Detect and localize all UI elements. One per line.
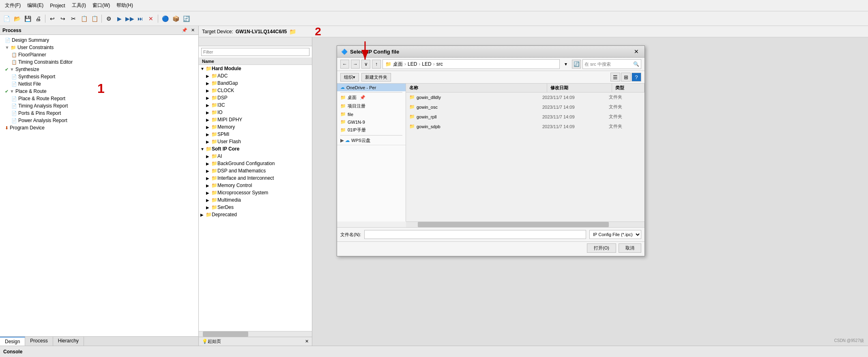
tree-place-route[interactable]: ✔ ▼ Place & Route: [0, 88, 198, 95]
menu-edit[interactable]: 编辑(E): [24, 1, 47, 10]
all-btn[interactable]: ⏭: [135, 14, 145, 24]
ip-bandgap[interactable]: ▶ 📁 BandGap: [199, 80, 312, 87]
menu-tools[interactable]: 工具(I): [69, 1, 89, 10]
tab-design[interactable]: Design: [0, 337, 25, 346]
fpga-btn[interactable]: 🔵: [160, 14, 170, 24]
pnr-btn[interactable]: ▶▶: [125, 14, 135, 24]
ip-user-flash[interactable]: ▶ 📁 User Flash: [199, 138, 312, 145]
file-row-gowin-osc[interactable]: 📁 gowin_osc 2023/11/7 14:09 文件夹: [406, 102, 645, 112]
dialog-close-btn[interactable]: ✕: [632, 48, 640, 55]
tree-design-summary[interactable]: 📄 Design Summary: [0, 37, 198, 44]
ip-memory-ctrl[interactable]: ▶ 📁 Memory Control: [199, 182, 312, 189]
sidebar-item-desktop[interactable]: 📁 桌面 📌: [337, 93, 406, 102]
tree-floorplanner[interactable]: 📋 FloorPlanner: [0, 51, 198, 58]
ip-multimedia[interactable]: ▶ 📁 Multimedia: [199, 196, 312, 204]
copy-btn[interactable]: 📋: [79, 14, 89, 24]
ip-serdes[interactable]: ▶ 📁 SerDes: [199, 204, 312, 211]
menu-file[interactable]: 文件(F): [2, 1, 24, 10]
tree-timing-analysis[interactable]: 📄 Timing Analysis Report: [0, 102, 198, 110]
cut-btn[interactable]: ✂: [69, 14, 78, 24]
ip-clock[interactable]: ▶ 📁 CLOCK: [199, 87, 312, 94]
filename-input[interactable]: [364, 230, 586, 239]
file-row-gowin-dlldly[interactable]: 📁 gowin_dlldly 2023/11/7 14:09 文件夹: [406, 92, 645, 102]
breadcrumb-bar[interactable]: 📁 桌面 › LED › LED › src: [382, 59, 560, 69]
undo-btn[interactable]: ↩: [47, 14, 57, 24]
ip-background-config[interactable]: ▶ 📁 BackGround Configuration: [199, 160, 312, 167]
ip-close-btn[interactable]: ✕: [305, 339, 309, 344]
sidebar-item-ip-manual[interactable]: 📁 01IP手册: [337, 126, 406, 134]
ip-hard-module[interactable]: ▼ 📁 Hard Module: [199, 65, 312, 72]
target-browse-btn[interactable]: 📁: [289, 28, 296, 35]
filetype-select[interactable]: IP Config File (*.ipc): [589, 230, 641, 239]
close-panel-btn[interactable]: ✕: [190, 28, 196, 33]
ip-dsp-math[interactable]: ▶ 📁 DSP and Mathematics: [199, 167, 312, 174]
save-btn[interactable]: 💾: [23, 14, 32, 24]
sidebar-item-gw1n9[interactable]: 📁 GW1N-9: [337, 118, 406, 126]
print-btn[interactable]: 🖨: [33, 14, 43, 24]
ip-btn[interactable]: 📦: [171, 14, 180, 24]
nav-forward-btn[interactable]: →: [351, 60, 360, 69]
new-folder-btn[interactable]: 新建文件夹: [361, 73, 391, 82]
menu-help[interactable]: 帮助(H): [113, 1, 136, 10]
ip-tree-scroll[interactable]: ▼ 📁 Hard Module ▶ 📁 ADC ▶ 📁 Ban: [199, 65, 312, 331]
tree-timing-constraints[interactable]: 📋 Timing Constraints Editor: [0, 58, 198, 66]
config-btn[interactable]: ⚙: [104, 14, 114, 24]
help-btn[interactable]: ?: [632, 73, 641, 82]
tree-power-analysis[interactable]: 📄 Power Analysis Report: [0, 117, 198, 124]
tab-process[interactable]: Process: [25, 337, 53, 346]
file-row-gowin-rpll[interactable]: 📁 gowin_rpll 2023/11/7 14:09 文件夹: [406, 112, 645, 122]
pin-btn[interactable]: 📌: [180, 28, 189, 33]
menu-window[interactable]: 窗口(W): [89, 1, 113, 10]
sidebar-item-project[interactable]: 📁 项目注册: [337, 102, 406, 110]
tree-user-constraints[interactable]: ▼ 📁 User Constraints: [0, 44, 198, 51]
synth-btn[interactable]: ▶: [114, 14, 124, 24]
col-date[interactable]: 修改日期: [547, 84, 612, 92]
tree-place-route-report[interactable]: 📄 Place & Route Report: [0, 95, 198, 102]
cancel-btn[interactable]: 取消: [619, 243, 641, 253]
ip-memory[interactable]: ▶ 📁 Memory: [199, 123, 312, 131]
open-btn[interactable]: 📂: [12, 14, 22, 24]
col-type[interactable]: 类型: [612, 84, 645, 92]
tree-program-device[interactable]: ⬇ Program Device: [0, 124, 198, 131]
tree-ports-pins[interactable]: 📄 Ports & Pins Report: [0, 110, 198, 117]
tree-synthesis-report[interactable]: 📄 Synthesis Report: [0, 73, 198, 80]
paste-btn[interactable]: 📋: [90, 14, 99, 24]
ip-io[interactable]: ▶ 📁 IO: [199, 109, 312, 116]
view-pane-btn[interactable]: ⊞: [621, 73, 631, 82]
new-file-btn[interactable]: 📄: [2, 14, 11, 24]
ip-i3c[interactable]: ▶ 📁 I3C: [199, 101, 312, 109]
ip-adc[interactable]: ▶ 📁 ADC: [199, 72, 312, 80]
organize-btn[interactable]: 组织▾: [340, 73, 359, 82]
search-icon[interactable]: 🔍: [633, 61, 639, 67]
search-input[interactable]: [584, 62, 633, 67]
ip-deprecated[interactable]: ▶ 📁 Deprecated: [199, 211, 312, 218]
breadcrumb-dropdown-btn[interactable]: ▾: [561, 60, 570, 69]
redo-btn[interactable]: ↪: [58, 14, 68, 24]
ip-mipi[interactable]: ▶ 📁 MIPI DPHY: [199, 116, 312, 123]
nav-refresh-btn[interactable]: 🔄: [572, 60, 581, 69]
sidebar-item-file[interactable]: 📁 file: [337, 110, 406, 118]
nav-down-btn[interactable]: ∨: [361, 60, 370, 69]
dialog-hscrollbar[interactable]: [406, 222, 645, 227]
ip-soft-core[interactable]: ▼ 📁 Soft IP Core: [199, 145, 312, 153]
ip-ai[interactable]: ▶ 📁 AI: [199, 153, 312, 160]
sidebar-item-onedrive[interactable]: ☁ OneDrive - Per: [337, 84, 406, 91]
ip-spmi[interactable]: ▶ 📁 SPMI: [199, 131, 312, 138]
nav-up-btn[interactable]: ↑: [372, 60, 381, 69]
refresh-btn[interactable]: 🔄: [181, 14, 191, 24]
open-file-btn[interactable]: 打开(O): [587, 243, 616, 253]
ip-scrollbar[interactable]: [199, 331, 312, 337]
ip-microprocessor[interactable]: ▶ 📁 Microprocessor System: [199, 189, 312, 196]
tree-netlist[interactable]: 📄 Netlist File: [0, 80, 198, 88]
ip-dsp[interactable]: ▶ 📁 DSP: [199, 94, 312, 101]
ip-interface[interactable]: ▶ 📁 Interface and Interconnect: [199, 174, 312, 182]
filter-input[interactable]: [201, 48, 309, 56]
stop-btn[interactable]: ✕: [146, 14, 156, 24]
file-row-gowin-sdpb[interactable]: 📁 gowin_sdpb 2023/11/7 14:09 文件夹: [406, 122, 645, 131]
col-name[interactable]: 名称: [406, 84, 547, 92]
tab-hierarchy[interactable]: Hierarchy: [53, 337, 84, 346]
tree-synthesize[interactable]: ✔ ▼ Synthesize: [0, 66, 198, 73]
nav-back-btn[interactable]: ←: [340, 60, 349, 69]
menu-project[interactable]: Project: [47, 2, 68, 9]
view-list-btn[interactable]: ☰: [610, 73, 620, 82]
